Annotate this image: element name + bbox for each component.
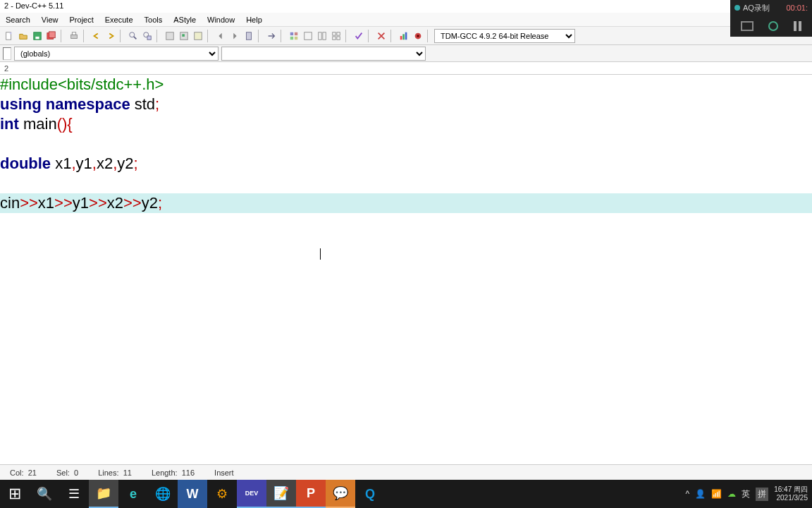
check-button[interactable] <box>352 30 365 42</box>
status-col: Col: 21 <box>0 468 47 477</box>
wechat-icon[interactable]: 💬 <box>326 480 355 508</box>
svg-rect-3 <box>35 36 39 39</box>
explorer-icon[interactable]: 📁 <box>89 480 118 508</box>
status-mode: Insert <box>204 468 244 477</box>
code-line-current: cin>>x1>>y1>>x2>>y2; <box>0 193 812 213</box>
grid2-button[interactable] <box>302 30 314 42</box>
settings-icon[interactable]: ⚙ <box>207 480 237 508</box>
svg-rect-17 <box>290 32 293 35</box>
powerpoint-icon[interactable]: P <box>296 480 326 508</box>
pause-button[interactable] <box>794 21 801 31</box>
svg-rect-7 <box>72 32 75 35</box>
run-button[interactable] <box>178 30 190 42</box>
separator <box>83 30 87 42</box>
replace-button[interactable] <box>141 30 154 42</box>
separator <box>207 30 211 42</box>
start-button[interactable]: ⊞ <box>0 480 30 508</box>
svg-rect-20 <box>295 36 297 39</box>
undo-button[interactable] <box>90 30 103 42</box>
browser-icon[interactable]: 🌐 <box>148 480 178 508</box>
separator <box>61 30 65 42</box>
grid1-button[interactable] <box>288 30 300 42</box>
open-button[interactable] <box>17 30 30 42</box>
svg-rect-5 <box>49 31 56 37</box>
svg-rect-1 <box>10 32 12 34</box>
recorder-controls <box>730 16 812 37</box>
status-bar: Col: 21 Sel: 0 Lines: 11 Length: 116 Ins… <box>0 464 812 480</box>
qq-icon[interactable]: Q <box>355 480 385 508</box>
save-button[interactable] <box>31 30 44 42</box>
code-line: #include<bits/stdc++.h> <box>0 75 812 95</box>
separator <box>390 30 395 42</box>
menu-project[interactable]: Project <box>64 14 99 25</box>
scope-select[interactable]: (globals) <box>14 47 219 61</box>
tray-user-icon[interactable]: 👤 <box>695 489 706 499</box>
debug-button[interactable] <box>412 30 424 42</box>
goto-button[interactable] <box>265 30 278 42</box>
nav-fwd-button[interactable] <box>228 30 241 42</box>
svg-point-32 <box>417 35 419 37</box>
main-toolbar: TDM-GCC 4.9.2 64-bit Release <box>0 27 812 45</box>
menu-window[interactable]: Window <box>202 14 240 25</box>
svg-rect-28 <box>400 36 402 40</box>
svg-point-8 <box>130 32 135 37</box>
record-button[interactable] <box>768 21 778 31</box>
svg-rect-26 <box>333 36 336 39</box>
new-file-button[interactable] <box>3 30 16 42</box>
stop-button[interactable] <box>741 21 753 31</box>
code-line <box>0 134 812 154</box>
profile-button[interactable] <box>398 30 410 42</box>
separator <box>281 30 285 42</box>
abort-button[interactable] <box>375 30 388 42</box>
print-button[interactable] <box>68 30 80 42</box>
search-task-icon[interactable]: 🔍 <box>30 480 59 508</box>
separator <box>120 30 124 42</box>
svg-rect-12 <box>166 32 174 40</box>
grid3-button[interactable] <box>316 30 328 42</box>
find-button[interactable] <box>127 30 140 42</box>
separator <box>368 30 372 42</box>
code-line: int main(){ <box>0 114 812 134</box>
nav-back-button[interactable] <box>214 30 227 42</box>
code-editor[interactable]: #include<bits/stdc++.h> using namespace … <box>0 75 812 467</box>
svg-rect-23 <box>323 32 326 40</box>
function-select[interactable] <box>221 47 426 61</box>
compile-run-button[interactable] <box>192 30 204 42</box>
tray-wifi-icon[interactable]: 📶 <box>711 489 722 499</box>
menu-tools[interactable]: Tools <box>139 14 168 25</box>
devcpp-icon[interactable]: DEV <box>237 480 266 508</box>
separator <box>258 30 262 42</box>
menu-bar: Search View Project Execute Tools AStyle… <box>0 13 812 27</box>
recorder-time: 00:01: <box>786 4 808 12</box>
class-browser-row: (globals) <box>0 45 812 62</box>
clock[interactable]: 16:47 周四 2021/3/25 <box>774 485 808 502</box>
menu-search[interactable]: Search <box>0 14 36 25</box>
menu-view[interactable]: View <box>36 14 64 25</box>
svg-rect-30 <box>405 32 407 40</box>
ime-indicator-2[interactable]: 拼 <box>756 488 768 501</box>
notepad-icon[interactable]: 📝 <box>266 480 296 508</box>
code-line: using namespace std; <box>0 95 812 114</box>
compiler-select[interactable]: TDM-GCC 4.9.2 64-bit Release <box>434 29 575 43</box>
bookmark-button[interactable] <box>242 30 255 42</box>
word-icon[interactable]: W <box>178 480 207 508</box>
save-all-button[interactable] <box>45 30 58 42</box>
svg-rect-29 <box>402 34 405 40</box>
file-tab[interactable]: 2 <box>1 64 11 73</box>
edge-icon[interactable]: e <box>118 480 148 508</box>
ime-indicator[interactable]: 英 <box>742 488 750 500</box>
separator <box>427 30 431 42</box>
tray-up-icon[interactable]: ^ <box>686 489 690 499</box>
svg-rect-22 <box>319 32 321 40</box>
task-view-icon[interactable]: ☰ <box>59 480 89 508</box>
grid4-button[interactable] <box>330 30 343 42</box>
record-indicator-icon <box>734 5 740 11</box>
menu-help[interactable]: Help <box>240 14 268 25</box>
compile-button[interactable] <box>164 30 176 42</box>
inset-box <box>3 47 11 60</box>
svg-rect-21 <box>304 32 312 40</box>
menu-execute[interactable]: Execute <box>99 14 139 25</box>
tray-cloud-icon[interactable]: ☁ <box>727 489 736 499</box>
redo-button[interactable] <box>104 30 117 42</box>
menu-astyle[interactable]: AStyle <box>168 14 202 25</box>
